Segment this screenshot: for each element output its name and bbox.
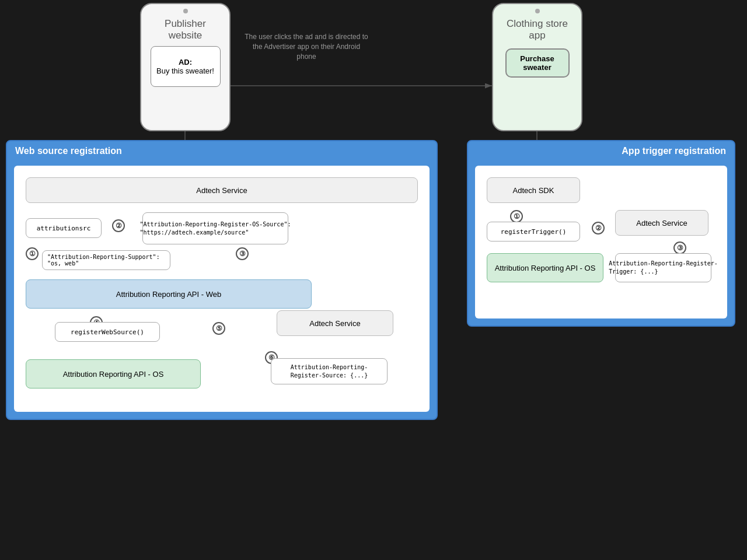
main-canvas: Publisher website AD: Buy this sweater! …: [0, 0, 747, 560]
circle-3-web: ③: [236, 247, 249, 260]
publisher-phone: Publisher website AD: Buy this sweater!: [140, 3, 231, 131]
publisher-phone-dot: [183, 9, 188, 13]
clothing-phone: Clothing store app Purchase sweater: [492, 3, 582, 131]
circle-3-app: ③: [673, 242, 686, 254]
web-api-os-box: Attribution Reporting API - OS: [26, 359, 201, 388]
ad-text: Buy this sweater!: [156, 66, 214, 75]
web-section-title: Web source registration: [7, 141, 437, 161]
circle-1-web: ①: [26, 247, 39, 260]
web-adtech-service-bottom: Adtech Service: [277, 310, 393, 336]
support-code-box: "Attribution-Reporting-Support": "os, we…: [42, 250, 170, 270]
adtech-sdk-box: Adtech SDK: [487, 177, 580, 203]
purchase-button: Purchase sweater: [505, 48, 570, 78]
register-source-code-box: Attribution-Reporting- Register-Source: …: [271, 358, 388, 384]
attributionsrc-box: attributionsrc: [26, 218, 102, 238]
arrow-label: The user clicks the ad and is directed t…: [242, 32, 371, 61]
register-trigger-box: registerTrigger(): [487, 222, 580, 242]
publisher-phone-title: Publisher website: [141, 16, 229, 44]
app-section-title: App trigger registration: [468, 141, 734, 161]
app-adtech-service-box: Adtech Service: [615, 210, 708, 236]
register-web-source-box: registerWebSource(): [55, 322, 160, 342]
clothing-phone-dot: [535, 9, 540, 13]
register-trigger-code-box: Attribution-Reporting-Register- Trigger:…: [615, 253, 711, 282]
ad-label: AD:: [156, 58, 214, 66]
circle-5-web: ⑤: [212, 322, 225, 335]
circle-2-app: ②: [592, 222, 605, 235]
header-code-box: "Attribution-Reporting-Register-OS-Sourc…: [142, 212, 288, 244]
publisher-ad-box: AD: Buy this sweater!: [151, 46, 221, 87]
app-trigger-section: App trigger registration Adtech SDK ① re…: [467, 140, 735, 327]
web-api-box: Attribution Reporting API - Web: [26, 279, 312, 309]
clothing-phone-title: Clothing store app: [493, 16, 581, 44]
circle-2-web: ②: [112, 219, 125, 232]
web-adtech-service-top: Adtech Service: [26, 177, 418, 203]
app-api-os-box: Attribution Reporting API - OS: [487, 253, 603, 282]
circle-1-app: ①: [510, 210, 523, 223]
web-source-section: Web source registration Adtech Service a…: [6, 140, 438, 420]
